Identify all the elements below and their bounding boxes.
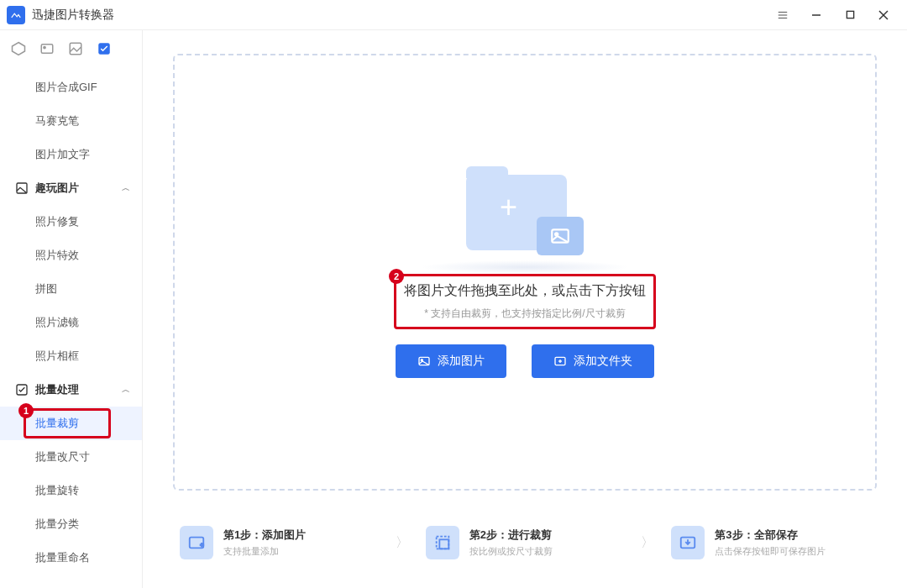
nav-item-frame[interactable]: 照片相框 xyxy=(0,339,142,373)
sidebar-tabs xyxy=(0,30,142,67)
nav-item-filter[interactable]: 照片滤镜 xyxy=(0,306,142,339)
menu-button[interactable] xyxy=(766,0,800,30)
chevron-up-icon: ︿ xyxy=(122,182,130,194)
add-image-button[interactable]: 添加图片 xyxy=(396,344,506,378)
tab-effect-icon[interactable] xyxy=(67,40,84,57)
app-title: 迅捷图片转换器 xyxy=(32,8,114,23)
nav-item-batch-rename[interactable]: 批量重命名 xyxy=(0,541,142,575)
save-icon xyxy=(671,526,705,559)
nav-item-collage[interactable]: 拼图 xyxy=(0,272,142,306)
nav-item-mosaic[interactable]: 马赛克笔 xyxy=(0,104,142,138)
checkbox-icon xyxy=(15,383,29,396)
step-desc: 按比例或按尺寸裁剪 xyxy=(469,545,553,558)
sidebar: 图片合成GIF 马赛克笔 图片加文字 趣玩图片 ︿ 照片修复 照片特效 拼图 照… xyxy=(0,30,143,588)
step-desc: 支持批量添加 xyxy=(223,545,306,558)
add-folder-button[interactable]: 添加文件夹 xyxy=(532,344,654,378)
minimize-button[interactable] xyxy=(800,0,833,30)
nav-group-fun[interactable]: 趣玩图片 ︿ xyxy=(0,171,142,205)
image-icon xyxy=(417,354,431,368)
tab-batch-icon[interactable] xyxy=(96,40,113,57)
nav-item-text[interactable]: 图片加文字 xyxy=(0,138,142,171)
maximize-button[interactable] xyxy=(833,0,867,30)
nav-group-label: 批量处理 xyxy=(35,382,79,397)
button-label: 添加图片 xyxy=(438,354,485,369)
svg-rect-4 xyxy=(847,11,853,18)
dropzone[interactable]: + 将图片文件拖拽至此处，或点击下方按钮 * 支持自由裁剪，也支持按指定比例/尺… xyxy=(173,54,877,491)
main-panel: + 将图片文件拖拽至此处，或点击下方按钮 * 支持自由裁剪，也支持按指定比例/尺… xyxy=(143,30,907,588)
nav-group-batch[interactable]: 批量处理 ︿ xyxy=(0,373,142,407)
nav-item-effect[interactable]: 照片特效 xyxy=(0,239,142,272)
crop-icon xyxy=(426,526,459,559)
step-2: 第2步：进行裁剪 按比例或按尺寸裁剪 xyxy=(419,517,632,568)
nav-item-batch-resize[interactable]: 批量改尺寸 xyxy=(0,440,142,474)
annotation-badge-2: 2 xyxy=(389,269,404,284)
nav-item-repair[interactable]: 照片修复 xyxy=(0,205,142,239)
steps-bar: 第1步：添加图片 支持批量添加 〉 第2步：进行裁剪 按比例或按尺寸裁剪 〉 第… xyxy=(173,511,877,575)
dropzone-text: 将图片文件拖拽至此处，或点击下方按钮 * 支持自由裁剪，也支持按指定比例/尺寸裁… xyxy=(404,282,646,321)
nav-item-batch-crop[interactable]: 批量裁剪 xyxy=(0,407,142,440)
nav-group-label: 趣玩图片 xyxy=(35,181,79,196)
svg-rect-24 xyxy=(436,537,448,549)
dropzone-title: 将图片文件拖拽至此处，或点击下方按钮 xyxy=(404,282,646,300)
tab-convert-icon[interactable] xyxy=(10,40,27,57)
step-title: 第1步：添加图片 xyxy=(223,528,306,543)
nav-item-gif[interactable]: 图片合成GIF xyxy=(0,71,142,104)
tab-edit-icon[interactable] xyxy=(39,40,55,57)
close-button[interactable] xyxy=(867,0,900,30)
svg-point-9 xyxy=(44,46,45,48)
sidebar-nav: 图片合成GIF 马赛克笔 图片加文字 趣玩图片 ︿ 照片修复 照片特效 拼图 照… xyxy=(0,67,142,588)
nav-item-batch-classify[interactable]: 批量分类 xyxy=(0,507,142,541)
chevron-right-icon: 〉 xyxy=(391,534,414,552)
folder-illustration-icon: + xyxy=(466,166,584,259)
dropzone-subtitle: * 支持自由裁剪，也支持按指定比例/尺寸裁剪 xyxy=(404,307,646,321)
svg-rect-25 xyxy=(439,539,448,549)
button-label: 添加文件夹 xyxy=(574,354,632,369)
chevron-up-icon: ︿ xyxy=(122,384,130,396)
step-1: 第1步：添加图片 支持批量添加 xyxy=(173,517,385,568)
step-desc: 点击保存按钮即可保存图片 xyxy=(715,545,826,558)
step-title: 第3步：全部保存 xyxy=(715,528,826,543)
folder-plus-icon xyxy=(553,354,567,368)
svg-rect-8 xyxy=(41,45,53,54)
titlebar: 迅捷图片转换器 xyxy=(0,0,907,30)
image-icon xyxy=(15,181,29,195)
add-image-icon xyxy=(180,526,213,559)
step-3: 第3步：全部保存 点击保存按钮即可保存图片 xyxy=(664,517,877,568)
app-logo-icon xyxy=(7,6,25,24)
step-title: 第2步：进行裁剪 xyxy=(469,528,553,543)
chevron-right-icon: 〉 xyxy=(636,534,659,552)
nav-item-batch-rotate[interactable]: 批量旋转 xyxy=(0,474,142,507)
svg-marker-7 xyxy=(13,43,25,55)
